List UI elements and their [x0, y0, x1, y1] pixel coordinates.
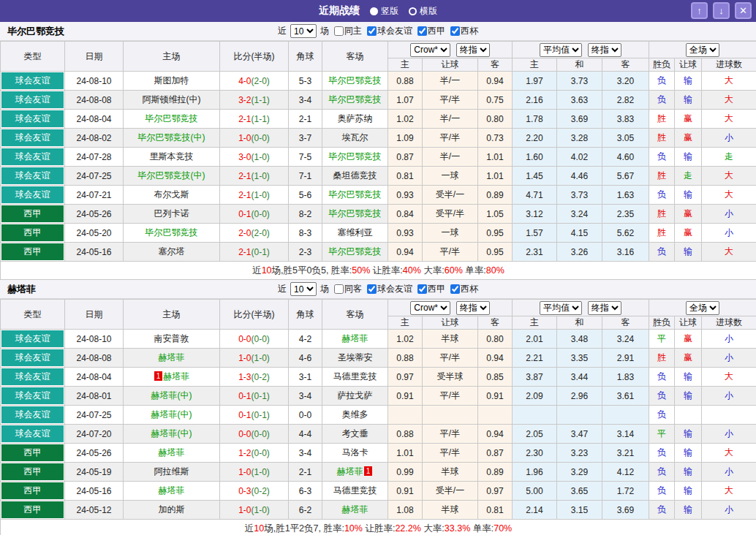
close-button[interactable]: ✕	[735, 2, 752, 19]
average-stage-select[interactable]: 终指	[588, 43, 621, 57]
league-filter-option-2[interactable]: 西杯	[450, 25, 478, 37]
league-filter-option-2[interactable]: 西杯	[450, 283, 478, 295]
avg-odds-cell: 2.01	[513, 330, 557, 349]
team-label: 毕尔巴鄂竞技	[329, 189, 382, 200]
league-filter-option-1[interactable]: 西甲	[417, 25, 445, 37]
handicap-odds-cell: 0.94	[478, 425, 513, 444]
league-cell: 球会友谊	[1, 110, 65, 129]
league-filter-option-0[interactable]: 球会友谊	[367, 283, 412, 295]
bookmaker-select[interactable]: Crow*	[410, 301, 450, 315]
handicap-odds-cell: 0.94	[478, 349, 513, 368]
filter-controls: 近 10 场 同客 球会友谊 西甲 西杯	[278, 282, 478, 296]
halftime-score: (1-1)	[252, 95, 270, 105]
result-wdl-cell: 胜	[649, 110, 675, 129]
summary-segment: 单率:	[463, 265, 486, 276]
score-cell: 3-2(1-1)	[220, 91, 289, 110]
avg-odds-cell: 3.61	[602, 387, 649, 406]
same-venue-option[interactable]: 同主	[334, 25, 362, 37]
avg-odds-cell: 2.30	[513, 444, 557, 463]
handicap-odds-cell: 0.94	[388, 243, 423, 262]
team-label: 毕尔巴鄂竞技	[329, 246, 382, 257]
scope-select[interactable]: 全场	[686, 43, 719, 57]
league-friendly-label: 球会友谊	[377, 283, 412, 295]
league-friendly-checkbox[interactable]	[367, 26, 377, 36]
corner-cell: 7-5	[289, 148, 322, 167]
result-handicap-cell: 输	[675, 186, 702, 205]
result-wdl-cell: 平	[649, 330, 675, 349]
avg-odds-cell: 5.00	[513, 482, 557, 501]
team-name: 赫塔菲	[7, 283, 36, 296]
average-select[interactable]: 平均值	[540, 43, 582, 57]
handicap-stage-select[interactable]: 终指	[456, 301, 490, 315]
team-label: 加的斯	[159, 504, 185, 515]
avg-odds-cell: 1.63	[602, 186, 649, 205]
league-friendly-checkbox[interactable]	[367, 284, 377, 294]
result-wdl-cell: 胜	[649, 349, 675, 368]
average-select[interactable]: 平均值	[540, 301, 582, 315]
col-header-score: 比分(半场)	[220, 300, 289, 330]
result-handicap-cell: 赢	[675, 110, 702, 129]
match-count-select[interactable]: 10	[290, 282, 317, 296]
league-badge: 西甲	[1, 482, 64, 499]
move-up-button[interactable]: ↑	[691, 2, 708, 19]
subcol-result-wdl: 胜负	[649, 316, 675, 330]
away-team-cell: 桑坦德竞技	[322, 167, 388, 186]
home-team-cell: 赫塔菲	[124, 482, 220, 501]
league-filter-option-0[interactable]: 球会友谊	[367, 25, 412, 37]
same-venue-checkbox[interactable]	[334, 284, 344, 294]
handicap-header-group: Crow* 终指	[388, 300, 513, 316]
scope-select[interactable]: 全场	[686, 301, 719, 315]
date-cell: 24-05-20	[65, 224, 124, 243]
handicap-odds-cell: 0.80	[478, 110, 513, 129]
table-row: 西甲24-05-16塞尔塔2-1(0-1)2-3毕尔巴鄂竞技0.94平/半0.9…	[1, 243, 756, 262]
corner-cell: 7-1	[289, 167, 322, 186]
result-handicap-cell: 输	[675, 148, 702, 167]
col-header-home: 主场	[124, 300, 220, 330]
league-cup-checkbox[interactable]	[450, 284, 460, 294]
league-badge: 西甲	[1, 205, 64, 222]
league-filter-option-1[interactable]: 西甲	[417, 283, 445, 295]
date-cell: 24-07-28	[65, 148, 124, 167]
avg-odds-cell: 3.05	[602, 129, 649, 148]
result-handicap-cell: 赢	[675, 129, 702, 148]
halftime-score: (0-0)	[252, 334, 270, 344]
avg-odds-cell: 4.12	[602, 463, 649, 482]
handicap-odds-cell: 1.01	[478, 148, 513, 167]
fulltime-score: 2-1	[238, 247, 251, 257]
league-cup-checkbox[interactable]	[450, 26, 460, 36]
league-badge: 西甲	[1, 243, 64, 260]
same-venue-option[interactable]: 同客	[334, 283, 362, 295]
same-venue-checkbox[interactable]	[334, 26, 344, 36]
vertical-layout-radio[interactable]: 竖版	[370, 5, 398, 18]
avg-odds-cell: 3.69	[602, 501, 649, 520]
handicap-odds-cell: 0.97	[388, 368, 423, 387]
bookmaker-select[interactable]: Crow*	[410, 43, 450, 57]
date-cell: 24-08-02	[65, 129, 124, 148]
home-team-cell: 毕尔巴鄂竞技(中)	[124, 129, 220, 148]
match-count-select[interactable]: 10	[290, 24, 317, 38]
league-badge: 西甲	[1, 501, 64, 518]
result-wdl-cell: 胜	[649, 224, 675, 243]
date-cell: 24-07-25	[65, 167, 124, 186]
handicap-odds-cell: 1.05	[478, 205, 513, 224]
horizontal-layout-radio[interactable]: 横版	[409, 5, 437, 18]
table-row: 球会友谊24-07-21布尔戈斯2-1(1-0)5-6毕尔巴鄂竞技0.93受半/…	[1, 186, 756, 205]
team-label: 毕尔巴鄂竞技(中)	[138, 170, 205, 181]
results-table: 类型 日期 主场 比分(半场) 角球 客场 Crow* 终指 平均值 终指 全场	[0, 299, 756, 535]
handicap-stage-select[interactable]: 终指	[456, 43, 490, 57]
corner-cell: 2-3	[289, 243, 322, 262]
result-handicap-cell: 输	[675, 387, 702, 406]
result-wdl-cell: 负	[649, 91, 675, 110]
move-down-button[interactable]: ↓	[713, 2, 730, 19]
league-laliga-checkbox[interactable]	[417, 284, 427, 294]
handicap-odds-cell: 1.01	[388, 444, 423, 463]
handicap-odds-cell: 平/半	[423, 243, 478, 262]
score-cell: 0-1(0-0)	[220, 205, 289, 224]
team-label: 埃瓦尔	[342, 132, 368, 143]
league-laliga-checkbox[interactable]	[417, 26, 427, 36]
table-row: 西甲24-05-16赫塔菲0-3(0-2)6-3马德里竞技0.91受半/一0.9…	[1, 482, 756, 501]
league-badge: 球会友谊	[1, 368, 64, 385]
fulltime-score: 4-0	[238, 76, 251, 86]
average-stage-select[interactable]: 终指	[588, 301, 621, 315]
avg-odds-cell: 2.96	[557, 387, 602, 406]
